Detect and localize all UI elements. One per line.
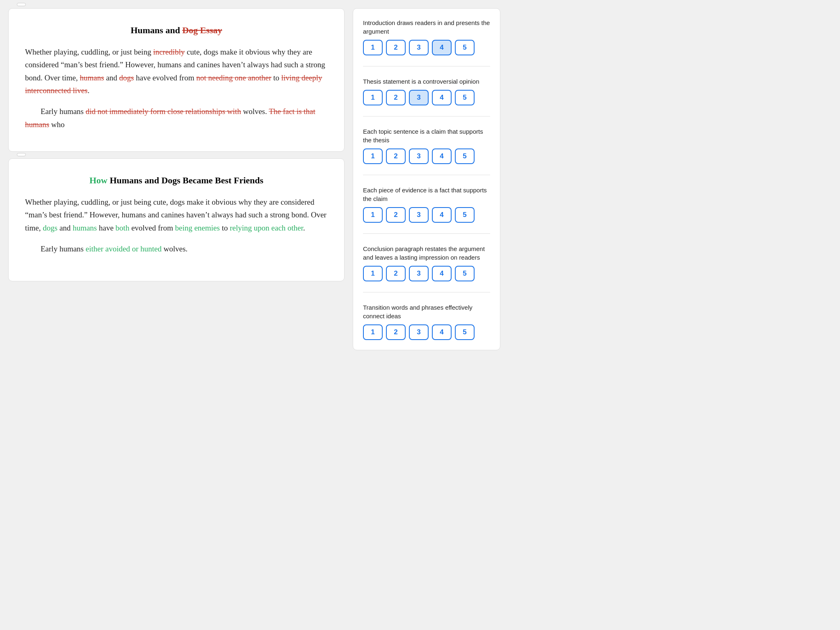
score-btn-thesis-1[interactable]: 1 <box>363 90 383 105</box>
score-btn-thesis-3[interactable]: 3 <box>409 90 429 105</box>
score-btn-intro-3[interactable]: 3 <box>409 40 429 55</box>
rubric-buttons-thesis: 12345 <box>363 90 490 105</box>
rubric-item-evidence: Each piece of evidence is a fact that su… <box>363 186 490 223</box>
rough-strike-not-needing: not needing one another <box>196 73 271 82</box>
score-btn-thesis-4[interactable]: 4 <box>432 90 452 105</box>
score-btn-intro-4[interactable]: 4 <box>432 40 452 55</box>
rubric-buttons-intro: 12345 <box>363 40 490 55</box>
rough-strike-incredibly: incredibly <box>153 48 185 56</box>
rubric-item-topic: Each topic sentence is a claim that supp… <box>363 127 490 164</box>
rubric-divider-2 <box>363 175 490 175</box>
score-btn-evidence-1[interactable]: 1 <box>363 207 383 223</box>
score-btn-evidence-3[interactable]: 3 <box>409 207 429 223</box>
rough-draft-card: Humans and Dog Essay Whether playing, cu… <box>8 8 345 152</box>
final-draft-card: How Humans and Dogs Became Best Friends … <box>8 158 345 281</box>
final-green-being-enemies: being enemies <box>175 224 220 232</box>
rubric-buttons-evidence: 12345 <box>363 207 490 223</box>
score-btn-transition-1[interactable]: 1 <box>363 324 383 340</box>
score-btn-conclusion-2[interactable]: 2 <box>386 266 406 281</box>
score-btn-intro-2[interactable]: 2 <box>386 40 406 55</box>
score-btn-transition-5[interactable]: 5 <box>455 324 475 340</box>
rough-para-2: Early humans did not immediately form cl… <box>25 105 328 131</box>
rubric-divider-1 <box>363 116 490 116</box>
rubric-item-intro: Introduction draws readers in and presen… <box>363 18 490 55</box>
score-btn-transition-3[interactable]: 3 <box>409 324 429 340</box>
rubric-label-transition: Transition words and phrases effectively… <box>363 303 490 320</box>
rubric-buttons-topic: 12345 <box>363 148 490 164</box>
rough-para-1: Whether playing, cuddling, or just being… <box>25 46 328 97</box>
final-green-avoided: either avoided or hunted <box>86 244 162 253</box>
left-panel: Humans and Dog Essay Whether playing, cu… <box>8 8 345 622</box>
final-green-humans: humans <box>73 224 97 232</box>
final-title-plain: Humans and Dogs Became Best Friends <box>107 175 263 185</box>
rough-draft-title: Humans and Dog Essay <box>25 25 328 36</box>
score-btn-transition-2[interactable]: 2 <box>386 324 406 340</box>
score-btn-thesis-2[interactable]: 2 <box>386 90 406 105</box>
rubric-label-conclusion: Conclusion paragraph restates the argume… <box>363 244 490 262</box>
rubric-divider-0 <box>363 66 490 66</box>
rough-strike-living-deeply: living deeply interconnected lives <box>25 73 322 95</box>
score-btn-evidence-4[interactable]: 4 <box>432 207 452 223</box>
score-btn-evidence-5[interactable]: 5 <box>455 207 475 223</box>
score-btn-topic-1[interactable]: 1 <box>363 148 383 164</box>
final-title-green: How <box>89 175 107 185</box>
rubric-label-intro: Introduction draws readers in and presen… <box>363 18 490 36</box>
score-btn-transition-4[interactable]: 4 <box>432 324 452 340</box>
final-draft-title: How Humans and Dogs Became Best Friends <box>25 175 328 186</box>
rubric-label-thesis: Thesis statement is a controversial opin… <box>363 77 490 86</box>
rough-title-plain: Humans and <box>130 25 182 35</box>
rubric-label-topic: Each topic sentence is a claim that supp… <box>363 127 490 144</box>
score-btn-topic-4[interactable]: 4 <box>432 148 452 164</box>
rough-strike-dogs: dogs <box>119 73 134 82</box>
rubric-divider-4 <box>363 292 490 292</box>
final-draft-body: Whether playing, cuddling, or just being… <box>25 196 328 255</box>
final-para-1: Whether playing, cuddling, or just being… <box>25 196 328 234</box>
rubric-divider-3 <box>363 233 490 234</box>
score-btn-conclusion-3[interactable]: 3 <box>409 266 429 281</box>
rough-strike-did-not: did not immediately form close relations… <box>86 107 241 116</box>
score-btn-thesis-5[interactable]: 5 <box>455 90 475 105</box>
rubric-buttons-conclusion: 12345 <box>363 266 490 281</box>
rough-draft-body: Whether playing, cuddling, or just being… <box>25 46 328 131</box>
rough-draft-label <box>17 3 26 6</box>
score-btn-topic-3[interactable]: 3 <box>409 148 429 164</box>
final-green-both: both <box>116 224 130 232</box>
final-draft-label <box>17 153 26 156</box>
final-green-relying: relying upon each other <box>230 224 303 232</box>
score-btn-conclusion-1[interactable]: 1 <box>363 266 383 281</box>
score-btn-topic-2[interactable]: 2 <box>386 148 406 164</box>
final-para-2: Early humans either avoided or hunted wo… <box>25 242 328 255</box>
rubric-label-evidence: Each piece of evidence is a fact that su… <box>363 186 490 203</box>
score-btn-evidence-2[interactable]: 2 <box>386 207 406 223</box>
rubric-panel: Introduction draws readers in and presen… <box>353 8 500 350</box>
rough-title-strike: Dog Essay <box>182 25 222 35</box>
rough-strike-humans: humans <box>80 73 104 82</box>
rubric-item-conclusion: Conclusion paragraph restates the argume… <box>363 244 490 281</box>
rubric-buttons-transition: 12345 <box>363 324 490 340</box>
score-btn-intro-5[interactable]: 5 <box>455 40 475 55</box>
score-btn-conclusion-4[interactable]: 4 <box>432 266 452 281</box>
rubric-item-transition: Transition words and phrases effectively… <box>363 303 490 340</box>
score-btn-conclusion-5[interactable]: 5 <box>455 266 475 281</box>
score-btn-intro-1[interactable]: 1 <box>363 40 383 55</box>
rubric-item-thesis: Thesis statement is a controversial opin… <box>363 77 490 105</box>
score-btn-topic-5[interactable]: 5 <box>455 148 475 164</box>
final-green-dogs: dogs <box>43 224 57 232</box>
